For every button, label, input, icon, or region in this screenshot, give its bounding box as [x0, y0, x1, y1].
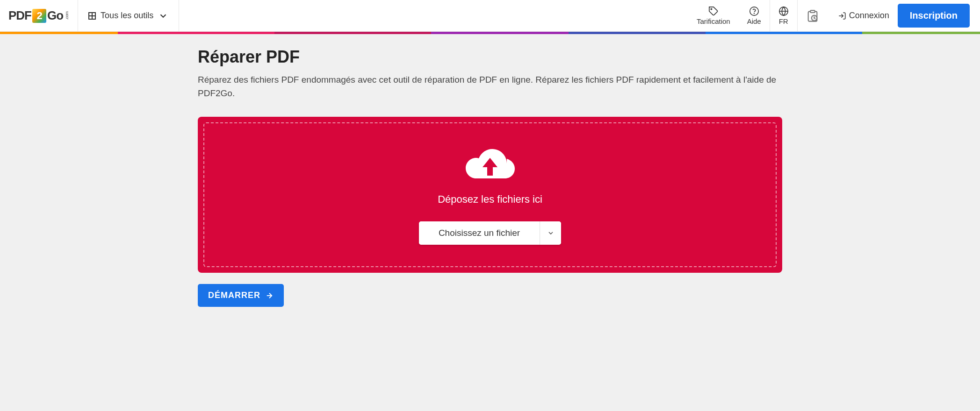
pricing-link[interactable]: Tarification [688, 0, 739, 31]
logo-text-post: Go [47, 8, 63, 23]
pricing-label: Tarification [697, 17, 730, 25]
logo-text-pre: PDF [8, 8, 31, 23]
start-label: DÉMARRER [208, 291, 260, 300]
login-icon [838, 12, 846, 20]
logo-suffix: .com [65, 12, 69, 20]
all-tools-dropdown[interactable]: Tous les outils [78, 0, 179, 31]
start-button[interactable]: DÉMARRER [198, 284, 284, 307]
clipboard-history-icon [806, 9, 819, 22]
help-icon [749, 6, 759, 16]
help-label: Aide [747, 17, 761, 25]
chevron-down-icon [158, 11, 168, 21]
file-dropzone[interactable]: Déposez les fichiers ici Choisissez un f… [198, 117, 782, 273]
header: PDF 2 Go .com Tous les outils Tarificati… [0, 0, 980, 32]
language-selector[interactable]: FR [770, 0, 797, 31]
svg-rect-5 [810, 10, 814, 13]
arrow-right-icon [265, 291, 274, 300]
page-title: Réparer PDF [198, 47, 782, 67]
history-link[interactable] [797, 0, 828, 31]
choose-file-button[interactable]: Choisissez un fichier [419, 221, 540, 245]
help-link[interactable]: Aide [739, 0, 770, 31]
auth-section: Connexion Inscription [828, 0, 980, 31]
logo[interactable]: PDF 2 Go .com [0, 0, 78, 31]
all-tools-label: Tous les outils [101, 11, 153, 21]
dropzone-inner: Déposez les fichiers ici Choisissez un f… [203, 122, 777, 267]
page-subtitle: Réparez des fichiers PDF endommagés avec… [198, 73, 782, 100]
svg-point-1 [750, 7, 758, 15]
grid-icon [88, 12, 96, 20]
logo-badge-icon: 2 [32, 9, 46, 23]
drop-text: Déposez les fichiers ici [438, 193, 542, 206]
globe-icon [778, 6, 789, 16]
login-link[interactable]: Connexion [838, 11, 889, 21]
cloud-upload-icon [462, 145, 518, 187]
choose-file-group: Choisissez un fichier [419, 221, 561, 245]
choose-file-dropdown[interactable] [540, 221, 561, 245]
language-label: FR [779, 17, 788, 25]
tag-icon [708, 6, 719, 16]
login-label: Connexion [849, 11, 889, 21]
svg-point-0 [711, 8, 712, 9]
svg-point-2 [754, 13, 754, 14]
signup-button[interactable]: Inscription [898, 4, 970, 28]
main-content: Réparer PDF Réparez des fichiers PDF end… [198, 34, 782, 326]
chevron-down-icon [547, 229, 555, 237]
